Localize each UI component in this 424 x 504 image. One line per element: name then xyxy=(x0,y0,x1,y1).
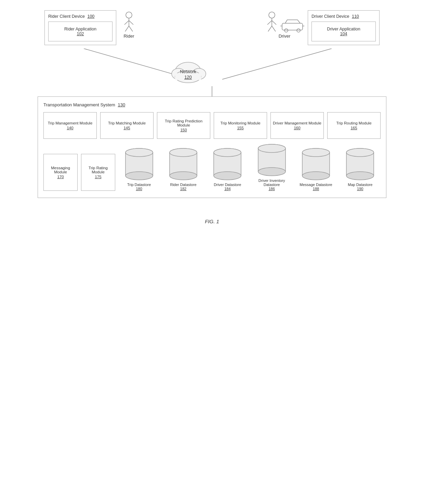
svg-point-56 xyxy=(302,148,330,157)
cylinder-driver xyxy=(213,148,242,182)
tms-number: 130 xyxy=(118,102,125,107)
tms-label: Transportation Management System xyxy=(43,102,115,107)
driver-label: Driver xyxy=(279,34,291,39)
datastore-driver: Driver Datastore184 xyxy=(207,148,248,191)
cylinder-driver-inventory xyxy=(257,144,287,178)
svg-line-8 xyxy=(267,21,272,25)
connection-lines-top: Network 120 xyxy=(24,49,400,86)
module-trip-rating: Trip Rating Module 175 xyxy=(81,154,115,191)
rider-person: Rider xyxy=(122,10,136,39)
rider-device-label: Rider Client Device xyxy=(48,14,85,19)
cylinder-rider xyxy=(169,148,198,182)
svg-line-3 xyxy=(129,21,133,25)
svg-line-10 xyxy=(268,26,272,31)
module-messaging: Messaging Module 170 xyxy=(43,154,78,191)
module-driver-management: Driver Management Module 160 xyxy=(270,112,324,139)
modules-row: Trip Management Module 140 Trip Matching… xyxy=(43,112,381,139)
svg-point-61 xyxy=(346,172,374,180)
figure-label: FIG. 1 xyxy=(24,218,400,224)
svg-point-55 xyxy=(302,172,330,180)
svg-line-18 xyxy=(222,49,332,79)
cylinder-trip xyxy=(124,148,154,182)
rider-device-box: Rider Client Device 100 Rider Applicatio… xyxy=(44,10,116,45)
driver-device-label: Driver Client Device xyxy=(312,14,349,19)
module-trip-routing: Trip Routing Module 165 xyxy=(327,112,381,139)
driver-device-number: 110 xyxy=(352,14,359,19)
module-trip-matching: Trip Matching Module 145 xyxy=(100,112,154,139)
svg-line-2 xyxy=(124,21,129,25)
svg-line-9 xyxy=(272,21,276,25)
datastores-row: Messaging Module 170 Trip Rating Module … xyxy=(43,144,381,191)
svg-point-38 xyxy=(170,148,197,157)
driver-device-box: Driver Client Device 110 Driver Applicat… xyxy=(308,10,380,45)
svg-point-44 xyxy=(214,148,241,157)
svg-text:Network: Network xyxy=(180,69,196,74)
datastore-trip: Trip Datastore180 xyxy=(119,148,159,191)
datastore-driver-inventory: Driver Inventory Datastore186 xyxy=(251,144,292,191)
svg-point-62 xyxy=(346,148,374,157)
svg-point-14 xyxy=(297,29,300,32)
network-to-tms-line xyxy=(24,86,400,96)
driver-person-icon xyxy=(265,12,279,33)
module-trip-rating-prediction: Trip Rating Prediction Module 150 xyxy=(157,112,210,139)
svg-point-0 xyxy=(126,12,132,18)
cylinder-message xyxy=(301,148,331,182)
svg-point-50 xyxy=(258,144,286,152)
svg-line-11 xyxy=(272,26,276,31)
svg-line-5 xyxy=(129,26,133,31)
datastore-message: Message Datastore188 xyxy=(295,148,336,191)
svg-point-43 xyxy=(214,172,241,180)
svg-point-13 xyxy=(284,29,288,32)
datastore-map: Map Datastore190 xyxy=(340,148,381,191)
svg-point-6 xyxy=(269,12,275,18)
rider-device-number: 100 xyxy=(87,14,94,19)
driver-person: Driver xyxy=(265,10,304,39)
cylinder-map xyxy=(345,148,375,182)
svg-point-49 xyxy=(258,168,286,176)
svg-point-32 xyxy=(125,148,153,157)
svg-line-4 xyxy=(125,26,129,31)
module-trip-management: Trip Management Module 140 xyxy=(43,112,97,139)
tms-box: Transportation Management System 130 Tri… xyxy=(38,96,386,198)
rider-label: Rider xyxy=(123,34,134,39)
datastore-rider: Rider Datastore182 xyxy=(163,148,203,191)
car-icon xyxy=(280,18,304,33)
svg-point-37 xyxy=(170,172,197,180)
rider-app-box: Rider Application 102 xyxy=(48,22,112,41)
rider-person-icon xyxy=(122,12,136,33)
svg-point-31 xyxy=(125,172,153,180)
svg-text:120: 120 xyxy=(184,75,192,80)
module-trip-monitoring: Trip Monitoring Module 155 xyxy=(214,112,267,139)
driver-app-box: Driver Application 104 xyxy=(312,22,376,41)
